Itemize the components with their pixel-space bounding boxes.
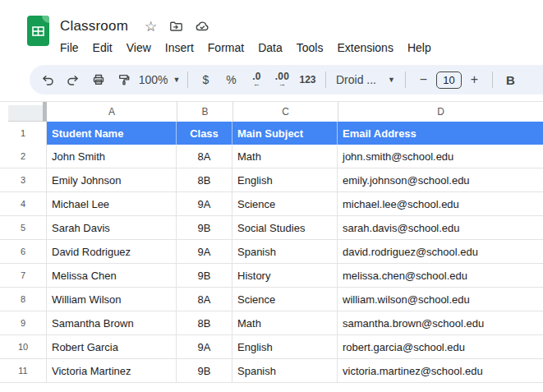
menu-item-extensions[interactable]: Extensions <box>337 41 393 54</box>
cell-A9[interactable]: Samantha Brown <box>47 311 177 334</box>
cell-D9[interactable]: samantha.brown@school.edu <box>338 311 543 334</box>
cell-B9[interactable]: 8B <box>177 311 232 334</box>
row-number-11[interactable]: 11 <box>0 359 47 382</box>
toolbar-divider <box>325 71 326 88</box>
menu-item-format[interactable]: Format <box>208 41 244 54</box>
cell-B2[interactable]: 8A <box>177 145 232 168</box>
cell-C3[interactable]: English <box>232 168 338 191</box>
cell-A6[interactable]: David Rodriguez <box>47 240 177 263</box>
cell-B11[interactable]: 9B <box>177 359 232 382</box>
cell-D2[interactable]: john.smith@school.edu <box>338 145 543 168</box>
menu-item-view[interactable]: View <box>127 41 151 54</box>
google-sheets-window: Classroom ☆ FileEditViewInsertFormatData… <box>0 0 543 392</box>
cell-B8[interactable]: 8A <box>177 288 232 311</box>
font-family-select[interactable]: Droid ... ▼ <box>331 67 400 92</box>
cell-A8[interactable]: William Wilson <box>47 288 177 311</box>
cell-D4[interactable]: michael.lee@school.edu <box>338 192 543 215</box>
cell-B7[interactable]: 9B <box>177 264 232 287</box>
cell-B4[interactable]: 9A <box>177 192 232 215</box>
cell-B5[interactable]: 9B <box>177 216 232 239</box>
format-percent-button[interactable]: % <box>219 67 244 92</box>
cell-A5[interactable]: Sarah Davis <box>47 216 177 239</box>
document-title[interactable]: Classroom <box>60 18 128 35</box>
cell-D6[interactable]: david.rodriguez@school.edu <box>338 240 543 263</box>
cell-D10[interactable]: robert.garcia@school.edu <box>338 335 543 358</box>
cell-C11[interactable]: Spanish <box>232 359 338 382</box>
column-header-d[interactable]: D <box>338 102 543 122</box>
paint-format-button[interactable] <box>111 67 136 92</box>
cell-A4[interactable]: Michael Lee <box>47 192 177 215</box>
cell-C10[interactable]: English <box>232 335 338 358</box>
menu-item-edit[interactable]: Edit <box>93 41 113 54</box>
row-number-4[interactable]: 4 <box>0 192 47 215</box>
print-button[interactable] <box>85 67 111 92</box>
cell-B6[interactable]: 9A <box>177 240 232 263</box>
column-header-c[interactable]: C <box>232 102 338 122</box>
row-number-2[interactable]: 2 <box>0 145 47 168</box>
icon-corner-fold <box>42 16 49 23</box>
cell-A10[interactable]: Robert Garcia <box>47 335 177 358</box>
menu-item-insert[interactable]: Insert <box>165 41 194 54</box>
increase-font-size-button[interactable]: + <box>462 67 487 92</box>
sheets-logo-icon[interactable] <box>27 16 49 46</box>
cell-A1[interactable]: Student Name <box>47 122 177 145</box>
row-number-10[interactable]: 10 <box>0 335 47 358</box>
table-row: 11Victoria Martinez9BSpanishvictoria.mar… <box>0 359 543 383</box>
cell-C1[interactable]: Main Subject <box>232 122 338 145</box>
number-format-button[interactable]: 123 <box>295 67 320 92</box>
row-number-5[interactable]: 5 <box>0 216 47 239</box>
cell-A3[interactable]: Emily Johnson <box>47 168 177 191</box>
decrease-decimal-button[interactable]: .0 ← <box>244 67 269 92</box>
row-number-7[interactable]: 7 <box>0 264 47 287</box>
font-family-value: Droid ... <box>336 73 376 86</box>
cell-A2[interactable]: John Smith <box>47 145 177 168</box>
cell-B10[interactable]: 9A <box>177 335 232 358</box>
row-number-6[interactable]: 6 <box>0 240 47 263</box>
cell-B3[interactable]: 8B <box>177 168 232 191</box>
cell-B1[interactable]: Class <box>177 122 232 145</box>
column-header-b[interactable]: B <box>177 102 232 122</box>
row-number-8[interactable]: 8 <box>0 288 47 311</box>
number-format-icon: 123 <box>299 74 315 85</box>
cell-C4[interactable]: Science <box>232 192 338 215</box>
zoom-select[interactable]: 100% ▼ <box>136 67 182 92</box>
font-size-input[interactable]: 10 <box>436 71 462 89</box>
menu-item-data[interactable]: Data <box>258 41 283 54</box>
cell-C6[interactable]: Spanish <box>232 240 338 263</box>
increase-decimal-button[interactable]: .00 → <box>269 67 295 92</box>
cell-A11[interactable]: Victoria Martinez <box>47 359 177 382</box>
cell-D5[interactable]: sarah.davis@school.edu <box>338 216 543 239</box>
star-icon[interactable]: ☆ <box>145 20 157 34</box>
cell-C5[interactable]: Social Studies <box>232 216 338 239</box>
cell-D7[interactable]: melissa.chen@school.edu <box>338 264 543 287</box>
select-all-corner-strip <box>43 102 47 122</box>
table-row: 9Samantha Brown8BMathsamantha.brown@scho… <box>0 311 543 335</box>
menu-item-help[interactable]: Help <box>407 41 431 54</box>
row-number-3[interactable]: 3 <box>0 168 47 191</box>
redo-button[interactable] <box>60 67 85 92</box>
select-all-corner[interactable] <box>0 102 47 122</box>
table-row: 5Sarah Davis9BSocial Studiessarah.davis@… <box>0 216 543 240</box>
cell-D1[interactable]: Email Address <box>338 122 543 145</box>
row-number-1[interactable]: 1 <box>0 122 47 145</box>
menu-item-file[interactable]: File <box>60 41 79 54</box>
row-number-9[interactable]: 9 <box>0 311 47 334</box>
cell-C8[interactable]: Science <box>232 288 338 311</box>
cell-C7[interactable]: History <box>232 264 338 287</box>
cell-C9[interactable]: Math <box>232 311 338 334</box>
cell-D8[interactable]: william.wilson@school.edu <box>338 288 543 311</box>
cell-A7[interactable]: Melissa Chen <box>47 264 177 287</box>
move-to-folder-icon[interactable] <box>168 19 183 34</box>
cloud-saved-icon[interactable] <box>195 19 210 34</box>
format-currency-button[interactable]: $ <box>193 67 219 92</box>
cell-D3[interactable]: emily.johnson@school.edu <box>338 168 543 191</box>
bold-button[interactable]: B <box>498 67 523 92</box>
cell-D11[interactable]: victoria.martinez@school.edu <box>338 359 543 382</box>
column-header-a[interactable]: A <box>47 102 177 122</box>
cell-C2[interactable]: Math <box>232 145 338 168</box>
undo-button[interactable] <box>35 67 60 92</box>
menu-item-tools[interactable]: Tools <box>297 41 324 54</box>
redo-icon <box>66 72 81 87</box>
decrease-font-size-button[interactable]: − <box>411 67 436 92</box>
table-row: 10Robert Garcia9AEnglishrobert.garcia@sc… <box>0 335 543 359</box>
